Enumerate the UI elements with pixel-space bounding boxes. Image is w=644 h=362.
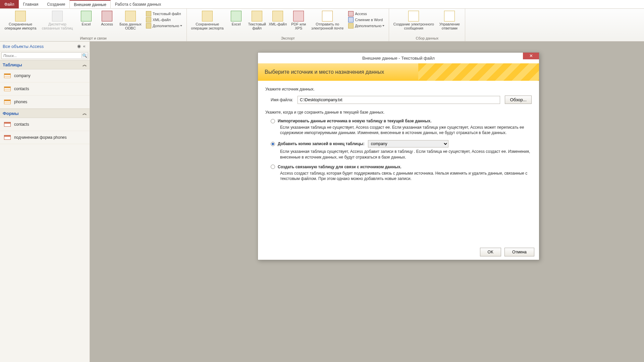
option-link-title: Создать связанную таблицу для связи с ис… bbox=[278, 165, 401, 169]
ribbon: Сохраненные операции импорта Диспетчер с… bbox=[0, 9, 644, 42]
nav-collapse-icon[interactable]: « bbox=[82, 44, 87, 49]
option-append-table: Добавить копию записей в конец таблицы: … bbox=[271, 140, 532, 160]
chevron-up-icon: ︽ bbox=[83, 110, 87, 116]
option-import-title: Импортировать данные источника в новую т… bbox=[278, 119, 431, 123]
nav-category-tables[interactable]: Таблицы ︽ bbox=[0, 60, 90, 69]
linked-table-manager-button: Диспетчер связанных таблиц bbox=[39, 10, 76, 31]
saved-exports-button[interactable]: Сохраненные операции экспорта bbox=[189, 10, 226, 31]
option-import-desc: Если указанная таблица не существует, Ac… bbox=[280, 125, 532, 135]
table-icon bbox=[4, 73, 11, 78]
import-odbc-button[interactable]: База данных ODBC bbox=[117, 10, 144, 31]
more-icon bbox=[348, 23, 354, 28]
radio-append[interactable] bbox=[271, 142, 275, 146]
import-text-file-button[interactable]: Текстовый файл bbox=[145, 11, 183, 17]
option-import-new-table: Импортировать данные источника в новую т… bbox=[271, 119, 532, 135]
nav-search: 🔍 bbox=[1, 52, 88, 59]
ribbon-group-label: Импорт и связи bbox=[0, 36, 186, 41]
export-excel-button[interactable]: Excel bbox=[226, 10, 247, 27]
option-append-desc: Если указанная таблица существует, Acces… bbox=[280, 149, 532, 160]
cancel-button[interactable]: Отмена bbox=[504, 248, 534, 256]
export-text-file-button[interactable]: Текстовый файл bbox=[247, 10, 267, 31]
saved-imports-icon bbox=[15, 11, 26, 21]
browse-button[interactable]: Обзор... bbox=[505, 96, 532, 104]
radio-link[interactable] bbox=[271, 165, 275, 169]
option-append-title: Добавить копию записей в конец таблицы: bbox=[278, 141, 365, 146]
form-icon bbox=[4, 122, 11, 127]
export-xml-file-button[interactable]: XML-файл bbox=[267, 10, 288, 27]
ribbon-group-label: Экспорт bbox=[187, 36, 389, 41]
append-table-select[interactable]: company bbox=[368, 140, 448, 147]
linked-table-manager-icon bbox=[52, 11, 63, 21]
ribbon-group-export: Сохраненные операции экспорта Excel Текс… bbox=[187, 9, 389, 41]
table-icon bbox=[4, 86, 11, 91]
export-pdf-button[interactable]: PDF или XPS bbox=[288, 10, 309, 31]
excel-icon bbox=[81, 11, 92, 21]
saved-imports-button[interactable]: Сохраненные операции импорта bbox=[2, 10, 39, 31]
tab-home[interactable]: Главная bbox=[19, 0, 43, 8]
ribbon-group-label: Сбор данных bbox=[389, 36, 465, 41]
export-word-merge-button[interactable]: Слияние в Word bbox=[347, 17, 385, 23]
dialog-titlebar: Внешние данные - Текстовый файл ? ✕ bbox=[258, 53, 539, 63]
form-icon bbox=[4, 135, 11, 140]
dialog-footer: OK Отмена bbox=[258, 244, 539, 260]
search-icon[interactable]: 🔍 bbox=[81, 53, 88, 58]
option-link-table: Создать связанную таблицу для связи с ис… bbox=[271, 165, 532, 181]
table-item-company[interactable]: company bbox=[0, 69, 90, 82]
export-more-button[interactable]: Дополнительно bbox=[347, 23, 385, 29]
import-xml-file-button[interactable]: XML-файл bbox=[145, 17, 183, 23]
nav-header[interactable]: Все объекты Access ◉ « bbox=[0, 42, 90, 51]
table-item-phones[interactable]: phones bbox=[0, 96, 90, 109]
option-link-desc: Access создаст таблицу, которая будет по… bbox=[280, 171, 532, 181]
destination-prompt: Укажите, когда и где сохранять данные в … bbox=[265, 110, 532, 115]
pdf-icon bbox=[293, 11, 304, 21]
chevron-down-icon bbox=[180, 25, 182, 26]
import-excel-button[interactable]: Excel bbox=[76, 10, 97, 27]
manage-responses-button[interactable]: Управление ответами bbox=[436, 10, 463, 31]
create-email-button[interactable]: Создание электронного сообщения bbox=[391, 10, 436, 31]
import-more-button[interactable]: Дополнительно bbox=[145, 23, 183, 29]
nav-dropdown-icon[interactable]: ◉ bbox=[76, 44, 82, 49]
nav-category-forms[interactable]: Формы ︽ bbox=[0, 109, 90, 118]
ok-button[interactable]: OK bbox=[480, 248, 501, 256]
more-icon bbox=[146, 23, 151, 28]
database-icon bbox=[125, 11, 136, 21]
access-icon bbox=[102, 11, 112, 21]
xml-file-icon bbox=[146, 17, 151, 22]
saved-exports-icon bbox=[202, 11, 213, 21]
main-area: Все объекты Access ◉ « 🔍 Таблицы ︽ compa… bbox=[0, 42, 644, 362]
export-access-button[interactable]: Access bbox=[347, 11, 385, 17]
create-email-icon bbox=[408, 11, 419, 21]
navigation-pane: Все объекты Access ◉ « 🔍 Таблицы ︽ compa… bbox=[0, 42, 90, 362]
ribbon-tabs: Файл Главная Создание Внешние данные Раб… bbox=[0, 0, 644, 9]
file-path-input[interactable] bbox=[298, 96, 500, 104]
access-icon bbox=[348, 11, 354, 16]
search-input[interactable] bbox=[2, 53, 81, 59]
tab-database-tools[interactable]: Работа с базами данных bbox=[111, 0, 165, 8]
radio-import-new[interactable] bbox=[271, 119, 275, 123]
import-access-button[interactable]: Access bbox=[97, 10, 117, 27]
ribbon-group-collect: Создание электронного сообщения Управлен… bbox=[389, 9, 465, 41]
source-prompt: Укажите источник данных. bbox=[265, 87, 532, 92]
dialog-banner: Выберите источник и место назначения дан… bbox=[258, 63, 539, 81]
file-row: Имя файла: Обзор... bbox=[271, 96, 532, 104]
table-icon bbox=[4, 100, 11, 104]
tab-file[interactable]: Файл bbox=[0, 0, 19, 8]
tab-create[interactable]: Создание bbox=[43, 0, 69, 8]
chevron-down-icon bbox=[382, 25, 384, 26]
export-email-button[interactable]: Отправить по электронной почте bbox=[309, 10, 346, 31]
close-icon[interactable]: ✕ bbox=[523, 53, 539, 59]
table-item-contacts[interactable]: contacts bbox=[0, 82, 90, 96]
content-area: Внешние данные - Текстовый файл ? ✕ Выбе… bbox=[90, 42, 644, 362]
form-item-phones-subform[interactable]: подчиненная форма phones bbox=[0, 131, 90, 144]
text-file-icon bbox=[146, 11, 151, 16]
file-label: Имя файла: bbox=[271, 98, 298, 102]
tab-external-data[interactable]: Внешние данные bbox=[69, 0, 111, 8]
nav-title: Все объекты Access bbox=[3, 44, 76, 49]
excel-icon bbox=[231, 11, 241, 21]
dialog-heading: Выберите источник и место назначения дан… bbox=[265, 69, 384, 75]
ribbon-group-import: Сохраненные операции импорта Диспетчер с… bbox=[0, 9, 187, 41]
form-item-contacts[interactable]: contacts bbox=[0, 118, 90, 131]
dialog-body: Укажите источник данных. Имя файла: Обзо… bbox=[258, 81, 539, 244]
dialog-title: Внешние данные - Текстовый файл bbox=[362, 56, 435, 61]
import-text-dialog: Внешние данные - Текстовый файл ? ✕ Выбе… bbox=[258, 52, 539, 260]
